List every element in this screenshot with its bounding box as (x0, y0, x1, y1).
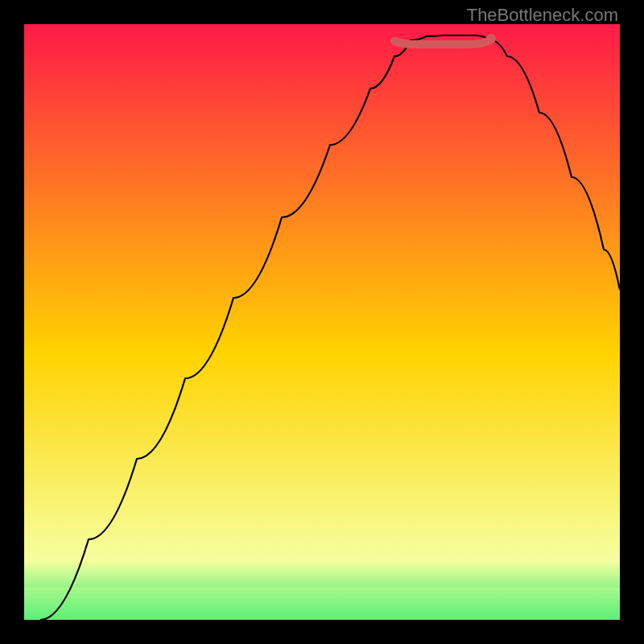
chart-svg (24, 24, 620, 620)
chart-area (24, 24, 620, 620)
watermark-text: TheBottleneck.com (467, 5, 618, 26)
gradient-background (24, 24, 620, 620)
svg-point-0 (486, 34, 496, 43)
bottom-band (24, 588, 620, 620)
